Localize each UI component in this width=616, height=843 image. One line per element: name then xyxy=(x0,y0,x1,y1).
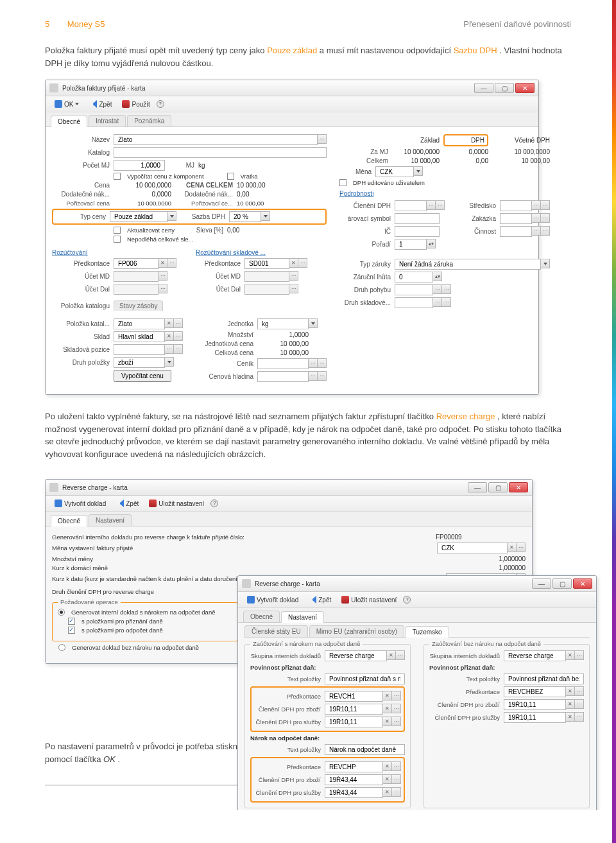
clear-icon[interactable]: ✕ xyxy=(566,699,575,709)
lookup-icon[interactable]: ⋯ xyxy=(396,650,405,660)
lookup-icon[interactable]: ⋯ xyxy=(167,258,176,268)
druh-select[interactable] xyxy=(114,357,165,368)
aktceny-check[interactable] xyxy=(114,227,121,234)
predk-input[interactable] xyxy=(325,691,383,702)
lookup-icon[interactable]: ⋯ xyxy=(532,213,541,223)
lookup-icon[interactable]: ⋯ xyxy=(436,200,445,210)
subtab-mimo-eu[interactable]: Mimo EU (zahraniční osoby) xyxy=(309,625,404,637)
radio-with-claim[interactable] xyxy=(58,609,65,616)
lookup-icon[interactable]: ⋯ xyxy=(532,226,541,236)
lookup-icon[interactable]: ⋯ xyxy=(318,358,327,368)
lookup-icon[interactable]: ⋯ xyxy=(541,213,550,223)
lookup-icon[interactable]: ⋯ xyxy=(174,331,183,341)
predk2-input[interactable] xyxy=(244,258,289,269)
mena-input[interactable] xyxy=(437,543,508,553)
chevron-down-icon[interactable] xyxy=(261,211,270,221)
chevron-down-icon[interactable] xyxy=(414,166,423,176)
lookup-icon[interactable]: ⋯ xyxy=(392,704,401,713)
clear-icon[interactable]: ✕ xyxy=(387,650,396,660)
help-icon[interactable]: ? xyxy=(157,100,164,108)
predk-input[interactable] xyxy=(114,258,158,269)
minimize-button[interactable]: — xyxy=(474,83,493,93)
lookup-icon[interactable]: ⋯ xyxy=(298,258,307,268)
lookup-icon[interactable]: ⋯ xyxy=(289,271,298,281)
lookup-icon[interactable]: ⋯ xyxy=(392,774,401,784)
podrobnosti-link[interactable]: Podrobnosti xyxy=(339,190,550,197)
subtab-eu[interactable]: Členské státy EU xyxy=(244,625,308,637)
back-button[interactable]: Zpět xyxy=(85,99,116,109)
zarlhuta-input[interactable] xyxy=(395,272,433,282)
lookup-icon[interactable]: ⋯ xyxy=(392,717,401,726)
rozuct-sklad-link[interactable]: Rozúčtování skladové ... xyxy=(196,249,327,256)
maximize-button[interactable]: ▢ xyxy=(495,83,514,93)
chevron-down-icon[interactable] xyxy=(165,357,174,367)
lookup-icon[interactable]: ⋯ xyxy=(517,543,526,552)
lookup-icon[interactable]: ⋯ xyxy=(575,686,584,696)
clear-icon[interactable]: ✕ xyxy=(383,774,392,784)
lookup-icon[interactable]: ⋯ xyxy=(541,200,550,210)
r-clzbozi-input[interactable] xyxy=(504,699,566,710)
jedn-input[interactable] xyxy=(257,318,309,329)
r-predk-input[interactable] xyxy=(504,686,566,697)
clear-icon[interactable]: ✕ xyxy=(383,704,392,713)
tab-nastaveni[interactable]: Nastavení xyxy=(281,611,324,623)
lookup-icon[interactable]: ⋯ xyxy=(575,699,584,709)
tab-obecne[interactable]: Obecné xyxy=(243,611,280,622)
titlebar[interactable]: Reverse charge - karta —▢✕ xyxy=(46,480,532,496)
spinner-icon[interactable]: ▴▾ xyxy=(427,239,436,248)
maximize-button[interactable]: ▢ xyxy=(552,578,572,589)
help-icon[interactable]: ? xyxy=(403,596,411,604)
maximize-button[interactable]: ▢ xyxy=(488,482,508,492)
radio-no-claim[interactable] xyxy=(58,644,65,651)
parsym-input[interactable] xyxy=(395,213,440,224)
polkat2-input[interactable] xyxy=(114,318,165,329)
lookup-icon[interactable]: ⋯ xyxy=(575,650,584,660)
close-button[interactable]: ✕ xyxy=(509,482,528,492)
vypocitat-check[interactable] xyxy=(114,173,121,180)
close-button[interactable]: ✕ xyxy=(573,578,592,589)
r-clsluz-input[interactable] xyxy=(504,712,566,723)
rozuctovani-link[interactable]: Rozúčtování xyxy=(52,249,183,256)
pocet-input[interactable] xyxy=(114,160,165,171)
tab-obecne[interactable]: Obecné xyxy=(51,515,87,526)
n-clsluz-input[interactable] xyxy=(325,787,383,798)
umd2-input[interactable] xyxy=(244,271,289,282)
mena-select[interactable] xyxy=(375,166,414,177)
katalog-input[interactable] xyxy=(114,147,327,158)
clear-icon[interactable]: ✕ xyxy=(566,650,575,660)
save-settings-button[interactable]: Uložit nastavení xyxy=(145,498,208,508)
lookup-icon[interactable]: ⋯ xyxy=(318,134,327,144)
n-predk-input[interactable] xyxy=(325,761,383,772)
nazev-input[interactable] xyxy=(114,134,318,145)
clear-icon[interactable]: ✕ xyxy=(289,258,298,268)
lookup-icon[interactable]: ⋯ xyxy=(158,284,167,293)
text-input[interactable] xyxy=(325,674,405,684)
lookup-icon[interactable]: ⋯ xyxy=(433,297,442,307)
dphedit-check[interactable] xyxy=(339,179,346,186)
check-priznani[interactable] xyxy=(68,618,75,625)
subtab-tuzemsko[interactable]: Tuzemsko xyxy=(406,626,449,638)
typzar-select[interactable] xyxy=(395,259,541,270)
clear-icon[interactable]: ✕ xyxy=(508,543,517,552)
ic-input[interactable] xyxy=(395,226,440,237)
lookup-icon[interactable]: ⋯ xyxy=(532,200,541,210)
chevron-down-icon[interactable] xyxy=(309,318,318,328)
chevron-down-icon[interactable] xyxy=(541,259,550,268)
druhskl-input[interactable] xyxy=(395,297,433,308)
n-text-input[interactable] xyxy=(325,744,405,755)
create-doc-button[interactable]: Vytvořit doklad xyxy=(51,498,110,508)
use-button[interactable]: Použít xyxy=(118,99,153,109)
lookup-icon[interactable]: ⋯ xyxy=(309,358,318,368)
lookup-icon[interactable]: ⋯ xyxy=(433,284,442,294)
lookup-icon[interactable]: ⋯ xyxy=(158,271,167,281)
titlebar[interactable]: Reverse charge - karta —▢✕ xyxy=(238,576,596,592)
r-text-input[interactable] xyxy=(504,674,584,684)
lookup-icon[interactable]: ⋯ xyxy=(289,284,298,293)
create-doc-button[interactable]: Vytvořit doklad xyxy=(243,595,302,605)
clzbozi-input[interactable] xyxy=(325,704,383,715)
clear-icon[interactable]: ✕ xyxy=(383,761,392,771)
hladina-input[interactable] xyxy=(257,371,309,382)
lookup-icon[interactable]: ⋯ xyxy=(575,712,584,722)
stred-input[interactable] xyxy=(500,200,532,211)
back-button[interactable]: Zpět xyxy=(112,498,142,508)
